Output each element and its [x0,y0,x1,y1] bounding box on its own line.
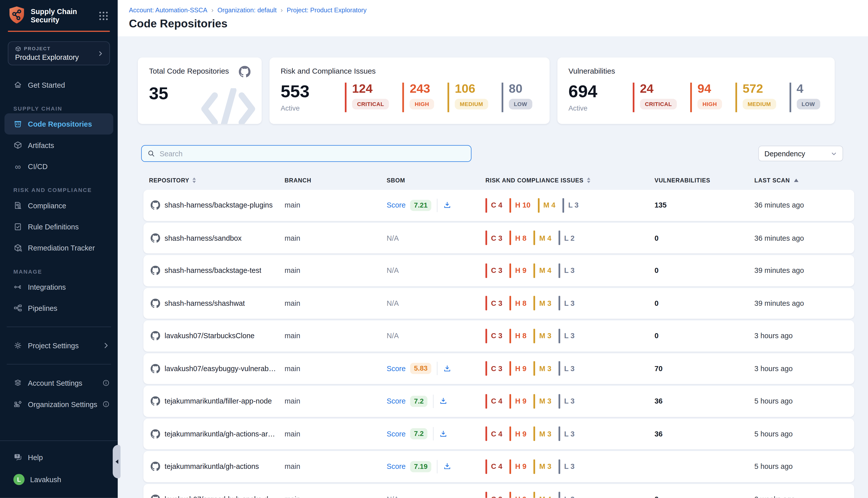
sidebar-item-remediation-tracker[interactable]: Remediation Tracker [0,237,118,258]
sidebar-item-label: Pipelines [28,304,57,312]
critical-tile: 124 CRITICAL [345,83,389,112]
severity-chip-low: L 3 [559,361,574,376]
github-icon [151,429,160,439]
repository-cell: tejakummarikuntla/gh-actions [149,462,284,471]
sbom-score-link[interactable]: Score [387,462,405,471]
repository-name[interactable]: lavakush07/argocd-hub-spoke-demo [164,495,277,498]
sidebar-item-artifacts[interactable]: Artifacts [0,134,118,156]
severity-chip-high: H 9 [510,492,526,498]
sbom-score-link[interactable]: Score [387,201,405,209]
repository-name[interactable]: shash-harness/backstage-test [164,266,261,275]
severity-chip-low: L 3 [559,329,574,343]
risk-issues-cell: C 3H 9M 4L 3 [485,492,655,498]
severity-chip-medium: M 4 [534,231,551,245]
severity-chip-medium: M 4 [534,492,551,498]
risk-issues-cell: C 3H 9M 4L 3 [485,263,655,278]
table-row[interactable]: tejakummarikuntla/filler-app-node main S… [143,386,854,417]
sidebar-item-code-repositories[interactable]: Code Repositories [4,113,113,134]
repository-name[interactable]: shash-harness/sandbox [164,234,242,242]
project-selector[interactable]: PROJECT Product Exploratory [8,41,110,65]
medium-tile: 106 MEDIUM [448,83,488,112]
sidebar-item-help[interactable]: ? Help [0,446,118,468]
repository-name[interactable]: tejakummarikuntla/gh-actions [164,462,259,471]
repository-name[interactable]: lavakush07/StarbucksClone [164,332,254,340]
medium-badge: MEDIUM [743,99,776,109]
critical-badge: CRITICAL [352,99,389,109]
sidebar-nav: Get Started SUPPLY CHAIN Code Repositori… [0,65,118,415]
sidebar-item-integrations[interactable]: Integrations [0,276,118,298]
info-icon[interactable] [102,379,110,387]
table-row[interactable]: lavakush07/easybuggy-vulnerable-app… mai… [143,353,854,384]
branch-cell: main [284,462,387,471]
sbom-cell: N/A [387,234,485,242]
branch-cell: main [284,332,387,340]
repository-name[interactable]: tejakummarikuntla/filler-app-node [164,397,272,405]
severity-chip-low: L 3 [559,492,574,498]
sidebar-collapse-handle[interactable] [113,445,121,479]
card-title: Risk and Compliance Issues [281,67,375,75]
vulnerabilities-cell: 0 [655,299,755,307]
high-tile: 94 HIGH [690,83,722,112]
github-icon [151,495,160,498]
vulnerabilities-card: Vulnerabilities 694 Active 24 CRITICAL 9… [557,57,835,124]
breadcrumb-link-account[interactable]: Account: Automation-SSCA [129,7,207,14]
download-sbom-icon[interactable] [443,462,452,471]
sidebar-item-cicd[interactable]: ∞ CI/CD [0,156,118,177]
download-sbom-icon[interactable] [443,201,452,209]
table-row[interactable]: lavakush07/argocd-hub-spoke-demo main N/… [143,484,854,498]
repository-name[interactable]: shash-harness/backstage-plugins [164,201,272,209]
sidebar-item-label: CI/CD [28,162,48,170]
sbom-score-link[interactable]: Score [387,430,405,438]
github-icon [151,396,160,406]
user-menu[interactable]: L Lavakush [0,468,118,491]
repository-name[interactable]: shash-harness/shashwat [164,299,245,307]
table-row[interactable]: shash-harness/backstage-plugins main Sco… [143,190,854,221]
severity-chip-medium: M 3 [534,296,551,311]
info-icon[interactable] [102,400,110,408]
sidebar-item-label: Project Settings [28,341,79,350]
app-switcher-grid-icon[interactable] [99,12,107,20]
search-input[interactable] [160,149,465,158]
sidebar-item-compliance[interactable]: Compliance [0,195,118,216]
table-row[interactable]: shash-harness/sandbox main N/A C 3H 8M 4… [143,222,854,253]
download-sbom-icon[interactable] [443,364,452,372]
pipelines-icon [13,304,22,313]
column-header-risk[interactable]: RISK AND COMPLIANCE ISSUES [485,177,655,184]
last-scan-cell: 39 minutes ago [755,299,854,307]
sidebar-item-organization-settings[interactable]: Organization Settings [0,393,118,415]
search-icon [147,149,155,157]
package-icon [15,45,21,52]
column-header-last-scan[interactable]: LAST SCAN [755,177,854,184]
sidebar-item-pipelines[interactable]: Pipelines [0,298,118,318]
sidebar-item-rule-definitions[interactable]: Rule Definitions [0,216,118,237]
repository-cell: shash-harness/shashwat [149,299,284,308]
table-row[interactable]: tejakummarikuntla/gh-actions-artifacts m… [143,418,854,449]
org-chart-gear-icon [13,400,22,409]
sort-icon [192,178,196,183]
download-sbom-icon[interactable] [439,397,448,405]
low-badge: LOW [509,99,532,109]
sbom-cell: Score 7.19 [387,460,485,473]
severity-chip-critical: C 3 [485,329,502,343]
table-row[interactable]: lavakush07/StarbucksClone main N/A C 3H … [143,320,854,351]
table-row[interactable]: shash-harness/shashwat main N/A C 3H 8M … [143,288,854,318]
vulnerabilities-cell: 36 [655,397,755,405]
sbom-score-link[interactable]: Score [387,364,405,372]
accent-divider [8,31,110,32]
table-row[interactable]: tejakummarikuntla/gh-actions main Score … [143,451,854,482]
repository-name[interactable]: lavakush07/easybuggy-vulnerable-app… [164,364,277,372]
column-header-repository[interactable]: REPOSITORY [149,177,284,184]
breadcrumb-link-project[interactable]: Project: Product Exploratory [286,7,366,14]
table-row[interactable]: shash-harness/backstage-test main N/A C … [143,255,854,286]
sidebar-item-label: Help [28,453,43,461]
severity-chip-low: L 3 [563,198,578,212]
sbom-score-link[interactable]: Score [387,397,405,405]
dependency-filter-dropdown[interactable]: Dependency [758,146,843,161]
sidebar-item-account-settings[interactable]: Account Settings [0,372,118,393]
breadcrumb-link-organization[interactable]: Organization: default [217,7,277,14]
branch-cell: main [284,364,387,372]
sidebar-item-project-settings[interactable]: Project Settings [0,335,118,356]
sidebar-item-get-started[interactable]: Get Started [0,74,118,95]
download-sbom-icon[interactable] [439,430,448,438]
repository-name[interactable]: tejakummarikuntla/gh-actions-artifacts [164,430,277,438]
